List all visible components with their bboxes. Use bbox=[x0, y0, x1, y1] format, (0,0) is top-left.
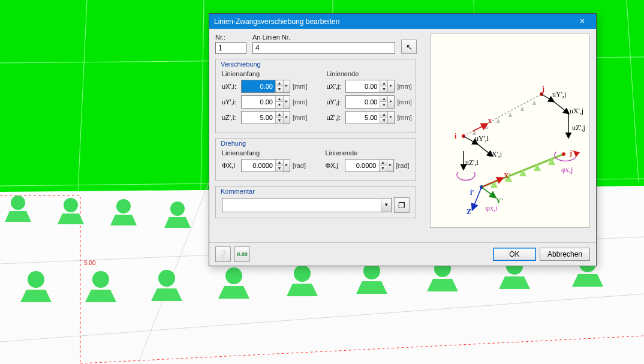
svg-text:Z': Z' bbox=[467, 207, 473, 216]
label-ux-i: uX',i: bbox=[222, 83, 239, 90]
svg-line-60 bbox=[473, 124, 487, 131]
svg-point-25 bbox=[225, 267, 242, 284]
svg-text:uX',i: uX',i bbox=[488, 150, 502, 158]
svg-text:φx,i: φx,i bbox=[486, 204, 498, 212]
svg-text:φx,j: φx,j bbox=[561, 166, 573, 174]
unit: [mm] bbox=[397, 98, 411, 106]
unit: [mm] bbox=[397, 114, 411, 121]
svg-marker-36 bbox=[572, 274, 603, 287]
dialog-button-bar: ❔ 0.00 OK Abbrechen bbox=[209, 242, 596, 266]
col-head-end: Linienende bbox=[326, 149, 410, 157]
unit: [rad] bbox=[293, 162, 306, 169]
svg-marker-22 bbox=[85, 290, 116, 302]
svg-marker-28 bbox=[287, 284, 318, 296]
svg-marker-32 bbox=[427, 279, 458, 291]
svg-line-54 bbox=[541, 94, 553, 101]
svg-marker-16 bbox=[110, 215, 137, 225]
on-lines-label: An Linien Nr. bbox=[252, 34, 395, 41]
titlebar[interactable]: Linien-Zwangsverschiebung bearbeiten × bbox=[209, 14, 596, 29]
input-uz-j[interactable]: ▲▼▸ bbox=[345, 111, 395, 124]
group-legend: Drehung bbox=[219, 140, 247, 147]
unit: [mm] bbox=[293, 98, 307, 106]
input-uz-i[interactable]: ▲▼▸ bbox=[241, 111, 290, 124]
nr-input[interactable] bbox=[215, 42, 246, 54]
help-icon: ❔ bbox=[218, 250, 228, 259]
svg-text:i: i bbox=[455, 132, 457, 140]
svg-marker-43 bbox=[532, 100, 536, 105]
svg-marker-34 bbox=[499, 276, 530, 289]
svg-point-21 bbox=[92, 271, 109, 288]
svg-point-19 bbox=[28, 271, 44, 288]
label-phix-j: ΦX,j bbox=[326, 162, 342, 169]
group-kommentar: Kommentar ▾ ❐ bbox=[215, 186, 416, 218]
svg-marker-20 bbox=[20, 290, 52, 302]
concept-figure: i j j' i' uY',j uX',j uZ',j uY',i uX',i … bbox=[430, 34, 590, 228]
col-head-start: Linienanfang bbox=[222, 149, 306, 157]
svg-point-11 bbox=[11, 195, 25, 210]
svg-text:uX',j: uX',j bbox=[570, 107, 583, 115]
svg-text:uZ',j: uZ',j bbox=[572, 124, 585, 132]
group-legend: Verschiebung bbox=[219, 61, 262, 68]
close-icon[interactable]: × bbox=[572, 16, 592, 28]
units-button[interactable]: 0.00 bbox=[234, 246, 250, 262]
group-drehung: Drehung Linienanfang ΦX,i ▲▼▸ [rad] Lini… bbox=[215, 138, 416, 181]
col-head-end: Linienende bbox=[326, 70, 411, 77]
label-uz-j: uZ',j: bbox=[326, 114, 343, 121]
svg-point-17 bbox=[170, 201, 185, 216]
col-head-start: Linienanfang bbox=[222, 70, 307, 77]
group-legend: Kommentar bbox=[219, 188, 256, 195]
svg-point-53 bbox=[562, 152, 565, 156]
svg-line-55 bbox=[553, 101, 568, 113]
input-uy-j[interactable]: ▲▼▸ bbox=[345, 95, 395, 109]
svg-marker-40 bbox=[496, 118, 500, 123]
edit-line-displacement-dialog: Linien-Zwangsverschiebung bearbeiten × N… bbox=[209, 13, 597, 266]
svg-marker-41 bbox=[508, 112, 512, 117]
cancel-button[interactable]: Abbrechen bbox=[540, 248, 590, 261]
label-uy-i: uY',i: bbox=[222, 98, 239, 106]
chevron-down-icon[interactable]: ▾ bbox=[381, 198, 391, 212]
unit: [mm] bbox=[397, 83, 411, 90]
pick-line-button[interactable]: ↖ bbox=[401, 40, 417, 54]
svg-marker-26 bbox=[218, 286, 249, 299]
svg-marker-42 bbox=[520, 106, 524, 111]
label-phix-i: ΦX,i bbox=[222, 162, 239, 169]
unit: [rad] bbox=[396, 162, 410, 169]
comment-input[interactable] bbox=[222, 198, 381, 212]
unit: [mm] bbox=[293, 83, 307, 90]
copy-icon: ❐ bbox=[398, 201, 405, 210]
svg-marker-30 bbox=[356, 281, 387, 294]
help-button[interactable]: ❔ bbox=[215, 246, 231, 262]
label-ux-j: uX',j: bbox=[326, 83, 343, 90]
input-phix-i[interactable]: ▲▼▸ bbox=[241, 159, 290, 172]
cursor-icon: ↖ bbox=[406, 43, 413, 52]
svg-line-62 bbox=[482, 187, 495, 197]
input-ux-j[interactable]: ▲▼▸ bbox=[345, 80, 395, 93]
label-uy-j: uY',j: bbox=[326, 98, 343, 106]
input-ux-i[interactable]: ▲▼▸ bbox=[241, 80, 290, 93]
svg-text:uY',i: uY',i bbox=[475, 134, 489, 143]
svg-marker-12 bbox=[5, 211, 31, 222]
input-uy-i[interactable]: ▲▼▸ bbox=[241, 95, 290, 109]
svg-text:Y': Y' bbox=[496, 197, 503, 205]
svg-point-27 bbox=[294, 265, 311, 282]
ok-button[interactable]: OK bbox=[493, 248, 536, 261]
units-icon: 0.00 bbox=[237, 251, 248, 257]
svg-marker-14 bbox=[58, 213, 84, 224]
svg-text:uY',j: uY',j bbox=[552, 90, 566, 98]
dialog-title: Linien-Zwangsverschiebung bearbeiten bbox=[214, 17, 339, 26]
group-verschiebung: Verschiebung Linienanfang uX',i: ▲▼▸ [mm… bbox=[215, 59, 416, 133]
unit: [mm] bbox=[293, 114, 307, 121]
bg-dimension-value: 5.00 bbox=[84, 260, 95, 266]
svg-point-15 bbox=[116, 199, 131, 213]
pick-comment-button[interactable]: ❐ bbox=[394, 197, 410, 213]
svg-marker-18 bbox=[164, 217, 191, 228]
svg-text:j: j bbox=[541, 85, 544, 93]
svg-text:i': i' bbox=[470, 188, 474, 197]
nr-label: Nr.: bbox=[215, 34, 246, 41]
on-lines-input[interactable] bbox=[252, 42, 395, 54]
label-uz-i: uZ',i: bbox=[222, 114, 239, 121]
comment-combo[interactable]: ▾ bbox=[222, 198, 392, 212]
input-phix-j[interactable]: ▲▼▸ bbox=[345, 159, 394, 172]
svg-text:x: x bbox=[488, 116, 492, 125]
svg-text:X': X' bbox=[504, 172, 511, 180]
